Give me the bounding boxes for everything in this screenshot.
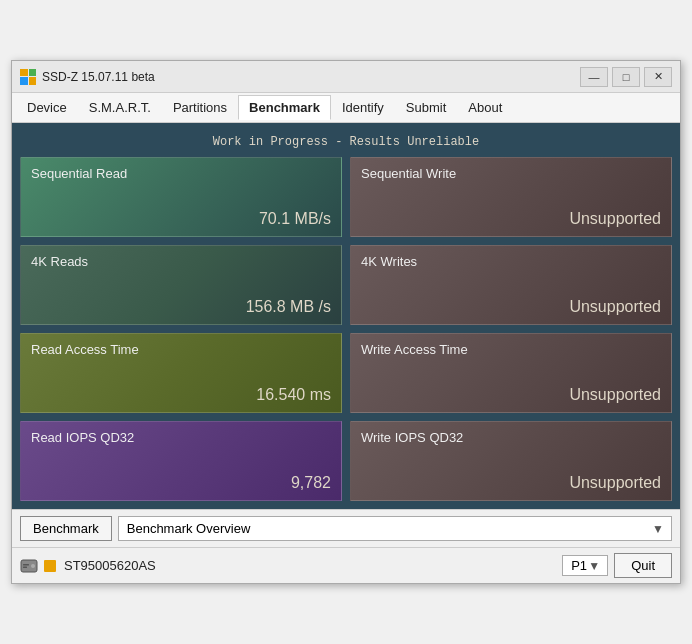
drive-icon xyxy=(20,557,38,575)
write-iops-value: Unsupported xyxy=(361,474,661,492)
app-icon-q1 xyxy=(20,69,28,77)
menu-item-identify[interactable]: Identify xyxy=(331,95,395,120)
menu-bar: Device S.M.A.R.T. Partitions Benchmark I… xyxy=(12,93,680,123)
wip-banner: Work in Progress - Results Unreliable xyxy=(20,131,672,157)
card-write-access: Write Access Time Unsupported xyxy=(350,333,672,413)
app-icon-q3 xyxy=(20,77,28,85)
card-seq-write: Sequential Write Unsupported xyxy=(350,157,672,237)
title-controls: — □ ✕ xyxy=(580,67,672,87)
4k-writes-value: Unsupported xyxy=(361,298,661,316)
benchmark-select-wrapper: Benchmark Overview Sequential Read Seque… xyxy=(118,516,672,541)
partition-select-wrapper: P1 ▼ xyxy=(562,555,608,576)
seq-read-label: Sequential Read xyxy=(31,166,331,181)
svg-rect-3 xyxy=(23,566,27,568)
4k-writes-label: 4K Writes xyxy=(361,254,661,269)
menu-item-submit[interactable]: Submit xyxy=(395,95,457,120)
menu-item-about[interactable]: About xyxy=(457,95,513,120)
card-4k-reads: 4K Reads 156.8 MB /s xyxy=(20,245,342,325)
read-iops-value: 9,782 xyxy=(31,474,331,492)
menu-item-partitions[interactable]: Partitions xyxy=(162,95,238,120)
write-access-label: Write Access Time xyxy=(361,342,661,357)
partition-select[interactable]: P1 xyxy=(562,555,608,576)
status-orange-dot xyxy=(44,560,56,572)
write-access-value: Unsupported xyxy=(361,386,661,404)
app-icon-q4 xyxy=(29,77,37,85)
bottom-bar: Benchmark Benchmark Overview Sequential … xyxy=(12,509,680,547)
seq-read-value: 70.1 MB/s xyxy=(31,210,331,228)
title-bar: SSD-Z 15.07.11 beta — □ ✕ xyxy=(12,61,680,93)
read-access-value: 16.540 ms xyxy=(31,386,331,404)
drive-name: ST95005620AS xyxy=(64,558,556,573)
benchmark-grid: Sequential Read 70.1 MB/s Sequential Wri… xyxy=(20,157,672,501)
content-area: Work in Progress - Results Unreliable Se… xyxy=(12,123,680,509)
write-iops-label: Write IOPS QD32 xyxy=(361,430,661,445)
svg-rect-2 xyxy=(23,564,29,566)
window-title: SSD-Z 15.07.11 beta xyxy=(42,70,155,84)
app-icon-q2 xyxy=(29,69,37,77)
maximize-button[interactable]: □ xyxy=(612,67,640,87)
benchmark-button[interactable]: Benchmark xyxy=(20,516,112,541)
close-button[interactable]: ✕ xyxy=(644,67,672,87)
seq-write-label: Sequential Write xyxy=(361,166,661,181)
card-write-iops: Write IOPS QD32 Unsupported xyxy=(350,421,672,501)
card-read-iops: Read IOPS QD32 9,782 xyxy=(20,421,342,501)
menu-item-smart[interactable]: S.M.A.R.T. xyxy=(78,95,162,120)
4k-reads-value: 156.8 MB /s xyxy=(31,298,331,316)
seq-write-value: Unsupported xyxy=(361,210,661,228)
card-seq-read: Sequential Read 70.1 MB/s xyxy=(20,157,342,237)
app-icon xyxy=(20,69,36,85)
card-4k-writes: 4K Writes Unsupported xyxy=(350,245,672,325)
menu-item-device[interactable]: Device xyxy=(16,95,78,120)
main-window: SSD-Z 15.07.11 beta — □ ✕ Device S.M.A.R… xyxy=(11,60,681,584)
quit-button[interactable]: Quit xyxy=(614,553,672,578)
4k-reads-label: 4K Reads xyxy=(31,254,331,269)
minimize-button[interactable]: — xyxy=(580,67,608,87)
hdd-svg-icon xyxy=(20,559,38,573)
status-bar: ST95005620AS P1 ▼ Quit xyxy=(12,547,680,583)
read-iops-label: Read IOPS QD32 xyxy=(31,430,331,445)
card-read-access: Read Access Time 16.540 ms xyxy=(20,333,342,413)
menu-item-benchmark[interactable]: Benchmark xyxy=(238,95,331,120)
svg-point-1 xyxy=(31,564,35,568)
title-bar-left: SSD-Z 15.07.11 beta xyxy=(20,69,155,85)
read-access-label: Read Access Time xyxy=(31,342,331,357)
benchmark-overview-select[interactable]: Benchmark Overview Sequential Read Seque… xyxy=(118,516,672,541)
